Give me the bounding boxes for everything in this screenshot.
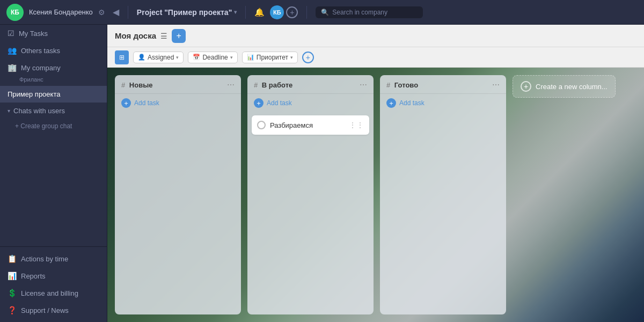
column-v-rabote: # В работе ⋯ + Add task Разбираемся ⋮ [247,75,374,314]
topbar: КБ Ксения Бондаренко ⚙ ◀ Project "Пример… [0,0,644,25]
priority-icon: 📊 [247,54,254,61]
sidebar-item-reports[interactable]: 📊 Reports [0,267,107,284]
reports-label: Reports [21,272,46,280]
task-title: Разбираемся [270,121,345,129]
chevron-down-icon: ▾ [234,9,237,15]
kanban-container: # Новые ⋯ + Add task # [107,68,644,322]
chevron-down-icon: ▾ [290,55,293,60]
sidebar-item-project[interactable]: Пример проекта [0,86,107,103]
new-column-label: Create a new column... [536,83,608,91]
sidebar: ☑ My Tasks 👥 Others tasks 🏢 My company Ф… [0,25,107,322]
board-header: Моя доска ☰ + [107,25,644,47]
assigned-filter-button[interactable]: 👤 Assigned ▾ [133,52,184,63]
divider [128,6,128,19]
add-task-button-novye[interactable]: + Add task [115,94,241,112]
create-group-label: + Create group chat [15,122,72,130]
column-menu-icon[interactable]: ⋯ [227,80,235,89]
filter-bar: ⊞ 👤 Assigned ▾ 📅 Deadline ▾ 📊 Приоритет … [107,47,644,68]
plus-circle-icon: + [254,98,264,108]
support-label: Support / News [21,306,69,314]
others-tasks-label: Others tasks [21,47,60,55]
task-radio[interactable] [257,121,266,129]
billing-label: License and billing [21,289,78,297]
add-task-button-gotovo[interactable]: + Add task [380,94,506,112]
deadline-filter-button[interactable]: 📅 Deadline ▾ [188,52,237,63]
add-filter-button[interactable]: + [302,52,314,63]
chevron-down-icon: ▾ [230,55,233,60]
column-title-novye: # Новые [121,81,153,89]
divider [306,6,307,19]
actions-icon: 📋 [8,254,17,263]
search-bar[interactable]: 🔍 [316,6,423,18]
reports-icon: 📊 [8,272,17,280]
column-body-gotovo [380,112,506,314]
user-avatar: КБ [6,4,24,21]
add-user-button[interactable]: + [286,6,298,18]
plus-circle-icon: + [521,81,531,92]
priority-label: Приоритет [257,54,288,61]
hash-icon: # [121,81,125,89]
plus-circle-icon: + [121,98,131,108]
gear-icon[interactable]: ⚙ [98,8,105,17]
sidebar-item-support[interactable]: ❓ Support / News [0,302,107,319]
column-gotovo: # Готово ⋯ + Add task [380,75,506,314]
plus-circle-icon: + [386,98,396,108]
board-title: Моя доска [115,31,156,40]
create-group-chat-button[interactable]: + Create group chat [0,119,107,133]
column-title-gotovo: # Готово [386,81,418,89]
task-drag-icon: ⋮⋮ [349,121,364,129]
column-title-v-rabote: # В работе [254,81,292,89]
column-menu-icon[interactable]: ⋯ [360,80,367,89]
sidebar-item-actions[interactable]: 📋 Actions by time [0,250,107,267]
sidebar-item-billing[interactable]: 💲 License and billing [0,284,107,302]
company-subtitle: Фриланс [0,76,107,86]
bell-icon[interactable]: 🔔 [254,8,265,17]
column-menu-icon[interactable]: ⋯ [492,80,500,89]
username-label: Ксения Бондаренко [29,8,93,16]
assigned-icon: 👤 [138,54,145,61]
actions-label: Actions by time [21,255,68,263]
column-header-gotovo: # Готово ⋯ [380,75,506,94]
priority-filter-button[interactable]: 📊 Приоритет ▾ [242,52,298,63]
user-badge: КБ [270,5,284,19]
my-tasks-label: My Tasks [19,30,48,38]
column-header-v-rabote: # В работе ⋯ [247,75,374,94]
sidebar-item-others-tasks[interactable]: 👥 Others tasks [0,42,107,59]
sidebar-item-my-tasks[interactable]: ☑ My Tasks [0,25,107,42]
main-layout: ☑ My Tasks 👥 Others tasks 🏢 My company Ф… [0,25,644,322]
collapse-icon[interactable]: ◀ [113,7,119,17]
hash-icon: # [386,81,390,89]
billing-icon: 💲 [8,289,17,297]
support-icon: ❓ [8,306,17,314]
sidebar-item-chats[interactable]: ▾ Chats with users [0,103,107,119]
company-icon: 🏢 [8,63,17,72]
tasks-icon: ☑ [8,29,14,38]
column-body-novye [115,112,241,314]
sidebar-bottom: 📋 Actions by time 📊 Reports 💲 License an… [0,246,107,322]
chats-label: Chats with users [13,107,65,115]
board-menu-icon[interactable]: ☰ [160,32,167,40]
search-icon: 🔍 [321,9,329,16]
deadline-icon: 📅 [193,54,200,61]
column-body-v-rabote: Разбираемся ⋮⋮ [247,112,374,314]
sidebar-item-my-company[interactable]: 🏢 My company [0,59,107,76]
kanban-board: # Новые ⋯ + Add task # [107,68,644,322]
add-task-button-v-rabote[interactable]: + Add task [247,94,374,112]
hash-icon: # [254,81,258,89]
project-label: Пример проекта [8,90,60,98]
grid-view-icon[interactable]: ⊞ [115,50,129,64]
others-tasks-icon: 👥 [8,46,17,55]
chevron-icon: ▾ [8,108,10,114]
divider [245,6,246,19]
assigned-label: Assigned [148,54,174,61]
task-card[interactable]: Разбираемся ⋮⋮ [252,115,369,135]
my-company-label: My company [21,64,61,72]
chevron-down-icon: ▾ [176,55,179,60]
search-input[interactable] [332,9,418,16]
deadline-label: Deadline [202,54,228,61]
column-novye: # Новые ⋯ + Add task [115,75,241,314]
board-add-button[interactable]: + [172,29,186,43]
create-new-column-button[interactable]: + Create a new column... [513,75,616,98]
content-area: Моя доска ☰ + ⊞ 👤 Assigned ▾ 📅 Deadline … [107,25,644,322]
project-name: Project "Пример проекта" ▾ [137,8,237,17]
